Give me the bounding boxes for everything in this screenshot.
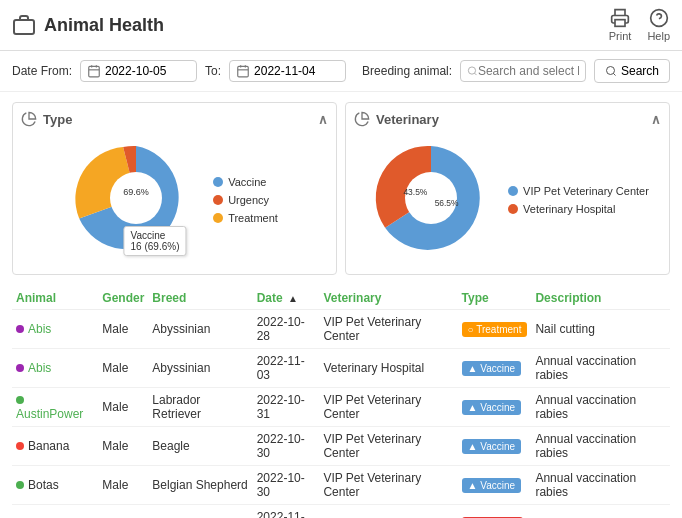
breeding-search-icon	[467, 65, 478, 77]
type-badge: ○ Treatment	[462, 322, 528, 337]
hospital-dot	[508, 204, 518, 214]
table-row: AbisMaleAbyssinian2022-10-28VIP Pet Vete…	[12, 310, 670, 349]
hospital-label: Veterinary Hospital	[523, 203, 615, 215]
description-cell: Broken front right leg	[531, 505, 670, 519]
breeding-animal-label: Breeding animal:	[362, 64, 452, 78]
to-label: To:	[205, 64, 221, 78]
table-row: BrunoMaleMajorero2022-11-03Veterinary Ho…	[12, 505, 670, 519]
help-button[interactable]: Help	[647, 8, 670, 42]
table-wrap: Animal Gender Breed Date ▲ Veterinary Ty…	[0, 285, 682, 518]
svg-point-15	[606, 67, 614, 75]
veterinary-cell: VIP Pet Veterinary Center	[319, 427, 457, 466]
breed-cell: Abyssinian	[148, 349, 252, 388]
table-row: AbisMaleAbyssinian2022-11-03Veterinary H…	[12, 349, 670, 388]
type-chart-legend: Vaccine Urgency Treatment	[213, 176, 278, 224]
col-description: Description	[531, 285, 670, 310]
vet-chart-collapse[interactable]: ∧	[651, 112, 661, 127]
vaccine-label: Vaccine	[228, 176, 266, 188]
breeding-wrap[interactable]	[460, 60, 586, 82]
type-chart-icon	[21, 111, 37, 127]
description-cell: Annual vaccination rabies	[531, 466, 670, 505]
briefcase-icon	[12, 13, 36, 37]
legend-treatment: Treatment	[213, 212, 278, 224]
date-to-wrap[interactable]	[229, 60, 346, 82]
table-row: AustinPowerMaleLabrador Retriever2022-10…	[12, 388, 670, 427]
center-pct-label: 69.6%	[123, 187, 149, 197]
date-cell: 2022-11-03	[253, 349, 320, 388]
gender-cell: Male	[98, 349, 148, 388]
header-left: Animal Health	[12, 13, 164, 37]
charts-row: Type ∧	[0, 92, 682, 285]
vet-chart-card: Veterinary ∧ 43.5% 56.5% VIP Pet Veterin…	[345, 102, 670, 275]
date-cell: 2022-10-30	[253, 427, 320, 466]
calendar-to-icon	[236, 64, 250, 78]
vet-chart-legend: VIP Pet Veterinary Center Veterinary Hos…	[508, 185, 649, 215]
gender-cell: Male	[98, 466, 148, 505]
animal-link[interactable]: Abis	[28, 322, 51, 336]
col-veterinary: Veterinary	[319, 285, 457, 310]
animal-link[interactable]: Abis	[28, 361, 51, 375]
type-chart-collapse[interactable]: ∧	[318, 112, 328, 127]
veterinary-cell: VIP Pet Veterinary Center	[319, 388, 457, 427]
date-from-wrap[interactable]	[80, 60, 197, 82]
animal-dot	[16, 481, 24, 489]
col-date[interactable]: Date ▲	[253, 285, 320, 310]
vaccine-dot	[213, 177, 223, 187]
help-icon	[649, 8, 669, 28]
type-badge: ▲ Vaccine	[462, 439, 522, 454]
col-breed: Breed	[148, 285, 252, 310]
vip-dot	[508, 186, 518, 196]
animal-dot	[16, 396, 24, 404]
table-row: BotasMaleBelgian Shepherd2022-10-30VIP P…	[12, 466, 670, 505]
treatment-dot	[213, 213, 223, 223]
date-from-input[interactable]	[105, 64, 190, 78]
gender-cell: Male	[98, 310, 148, 349]
animal-link[interactable]: AustinPower	[16, 407, 83, 421]
type-chart-title: Type	[43, 112, 72, 127]
header-actions: Print Help	[609, 8, 670, 42]
type-pie-svg: 69.6%	[71, 133, 201, 263]
svg-rect-9	[238, 66, 249, 77]
search-button[interactable]: Search	[594, 59, 670, 83]
date-to-input[interactable]	[254, 64, 339, 78]
date-cell: 2022-11-03	[253, 505, 320, 519]
search-btn-icon	[605, 65, 617, 77]
svg-line-16	[613, 73, 615, 75]
print-icon	[610, 8, 630, 28]
date-cell: 2022-10-31	[253, 388, 320, 427]
date-sort-arrow: ▲	[288, 293, 298, 304]
type-chart-content: 69.6% Vaccine 16 (69.6%) Vaccine Urgency	[21, 133, 328, 266]
animal-name: Banana	[28, 439, 69, 453]
date-from-label: Date From:	[12, 64, 72, 78]
animal-health-table: Animal Gender Breed Date ▲ Veterinary Ty…	[12, 285, 670, 518]
date-cell: 2022-10-30	[253, 466, 320, 505]
urgency-dot	[213, 195, 223, 205]
type-pie-wrap: 69.6% Vaccine 16 (69.6%)	[71, 133, 201, 266]
print-button[interactable]: Print	[609, 8, 632, 42]
gender-cell: Male	[98, 388, 148, 427]
svg-line-14	[475, 73, 477, 75]
vet-chart-content: 43.5% 56.5% VIP Pet Veterinary Center Ve…	[354, 133, 661, 266]
breeding-search-input[interactable]	[478, 64, 579, 78]
col-gender: Gender	[98, 285, 148, 310]
description-cell: Annual vaccination rabies	[531, 388, 670, 427]
breed-cell: Abyssinian	[148, 310, 252, 349]
type-badge: ▲ Vaccine	[462, 361, 522, 376]
table-row: BananaMaleBeagle2022-10-30VIP Pet Veteri…	[12, 427, 670, 466]
description-cell: Nail cutting	[531, 310, 670, 349]
veterinary-cell: Veterinary Hospital	[319, 349, 457, 388]
table-header: Animal Gender Breed Date ▲ Veterinary Ty…	[12, 285, 670, 310]
svg-rect-2	[615, 20, 625, 27]
gender-cell: Male	[98, 427, 148, 466]
description-cell: Annual vaccination rabies	[531, 349, 670, 388]
treatment-label: Treatment	[228, 212, 278, 224]
veterinary-cell: VIP Pet Veterinary Center	[319, 466, 457, 505]
veterinary-cell: Veterinary Hospital	[319, 505, 457, 519]
toolbar: Date From: To: Breeding animal:	[0, 51, 682, 92]
search-btn-label: Search	[621, 64, 659, 78]
urgency-label: Urgency	[228, 194, 269, 206]
animal-dot	[16, 364, 24, 372]
date-cell: 2022-10-28	[253, 310, 320, 349]
print-label: Print	[609, 30, 632, 42]
svg-point-13	[468, 67, 475, 74]
